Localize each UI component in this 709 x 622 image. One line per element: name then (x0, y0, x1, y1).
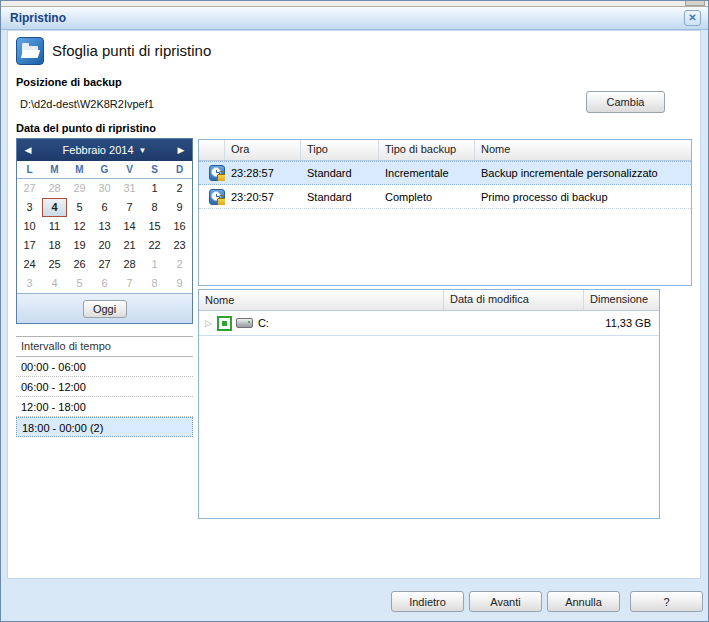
calendar-day[interactable]: 28 (42, 179, 67, 198)
calendar-day[interactable]: 20 (92, 236, 117, 255)
volumes-table: Nome Data di modifica Dimensione ▷C:11,3… (198, 289, 660, 519)
time-range-item[interactable]: 00:00 - 06:00 (16, 357, 193, 377)
calendar-day[interactable]: 16 (167, 217, 192, 236)
backup-location-path: D:\d2d-dest\W2K8R2Ivpef1 (20, 98, 154, 110)
close-icon[interactable]: ✕ (684, 10, 701, 26)
time-range-item[interactable]: 12:00 - 18:00 (16, 397, 193, 417)
calendar-day[interactable]: 8 (142, 198, 167, 217)
calendar-day[interactable]: 19 (67, 236, 92, 255)
calendar-day[interactable]: 4 (42, 198, 67, 217)
time-range-item[interactable]: 18:00 - 00:00 (2) (16, 417, 193, 437)
restore-points-table: Ora Tipo Tipo di backup Nome 23:28:57Sta… (198, 139, 692, 286)
calendar-day[interactable]: 18 (42, 236, 67, 255)
calendar-day[interactable]: 5 (67, 198, 92, 217)
lock-icon (217, 198, 225, 205)
volumes-header: Nome Data di modifica Dimensione (199, 290, 659, 311)
calendar-day[interactable]: 10 (17, 217, 42, 236)
calendar-day[interactable]: 7 (117, 274, 142, 293)
calendar-day[interactable]: 11 (42, 217, 67, 236)
calendar-day[interactable]: 4 (42, 274, 67, 293)
column-header-dimensione[interactable]: Dimensione (584, 290, 659, 310)
restore-point-backup-type: Completo (379, 191, 475, 203)
restore-point-backup-type: Incrementale (379, 167, 475, 179)
calendar-day[interactable]: 9 (167, 198, 192, 217)
calendar-day[interactable]: 14 (117, 217, 142, 236)
restore-point-name: Primo processo di backup (475, 191, 691, 203)
calendar-day[interactable]: 28 (117, 255, 142, 274)
background-window-fragment (685, 1, 705, 6)
volume-row[interactable]: ▷C:11,33 GB (199, 311, 659, 336)
volume-size: 11,33 GB (584, 317, 659, 329)
cancel-button[interactable]: Annulla (547, 591, 620, 612)
volume-checkbox[interactable] (217, 316, 232, 331)
calendar-day[interactable]: 13 (92, 217, 117, 236)
recovery-point-clock-lock-icon (209, 165, 225, 181)
restore-points-header: Ora Tipo Tipo di backup Nome (199, 140, 691, 161)
calendar-day[interactable]: 26 (67, 255, 92, 274)
calendar-day[interactable]: 7 (117, 198, 142, 217)
calendar-day[interactable]: 3 (17, 274, 42, 293)
time-range-header: Intervallo di tempo (16, 336, 193, 357)
restore-date-label: Data del punto di ripristino (16, 122, 156, 134)
calendar-day[interactable]: 23 (167, 236, 192, 255)
restore-point-time: 23:28:57 (225, 167, 301, 179)
calendar-day[interactable]: 27 (17, 179, 42, 198)
column-header-ora[interactable]: Ora (225, 140, 301, 160)
restore-point-type: Standard (301, 191, 379, 203)
column-header-data-di-modifica[interactable]: Data di modifica (444, 290, 584, 310)
next-button[interactable]: Avanti (469, 591, 542, 612)
calendar-day-headers: L M M G V S D (17, 161, 192, 179)
disk-icon (236, 318, 253, 328)
calendar-footer: Oggi (17, 293, 192, 323)
restore-points-body: 23:28:57StandardIncrementaleBackup incre… (199, 161, 691, 209)
calendar-day[interactable]: 2 (167, 255, 192, 274)
restore-point-name: Backup incrementale personalizzato (475, 167, 691, 179)
backup-location-label: Posizione di backup (16, 76, 122, 88)
calendar-month-dropdown[interactable]: Febbraio 2014 (63, 144, 134, 156)
calendar-day[interactable]: 1 (142, 179, 167, 198)
calendar-day[interactable]: 15 (142, 217, 167, 236)
calendar-day[interactable]: 9 (167, 274, 192, 293)
calendar-day[interactable]: 30 (92, 179, 117, 198)
calendar-day[interactable]: 6 (92, 198, 117, 217)
chevron-down-icon[interactable]: ▼ (139, 146, 147, 155)
help-button[interactable]: ? (630, 591, 703, 612)
title-bar: Ripristino ✕ (1, 7, 708, 30)
column-header-tipo-di-backup[interactable]: Tipo di backup (379, 140, 475, 160)
calendar-day[interactable]: 12 (67, 217, 92, 236)
time-range-panel: Intervallo di tempo 00:00 - 06:0006:00 -… (16, 336, 193, 437)
restore-point-row[interactable]: 23:20:57StandardCompletoPrimo processo d… (199, 185, 691, 209)
calendar-day[interactable]: 31 (117, 179, 142, 198)
restore-point-row[interactable]: 23:28:57StandardIncrementaleBackup incre… (199, 161, 691, 185)
restore-point-type: Standard (301, 167, 379, 179)
change-button[interactable]: Cambia (586, 91, 665, 113)
column-header-nome[interactable]: Nome (199, 290, 444, 310)
calendar-next-icon[interactable]: ▶ (174, 139, 188, 161)
column-header-tipo[interactable]: Tipo (301, 140, 379, 160)
calendar: ◀ Febbraio 2014▼ ▶ L M M G V S D 2728293… (16, 138, 193, 324)
expand-icon[interactable]: ▷ (205, 318, 212, 328)
calendar-day[interactable]: 24 (17, 255, 42, 274)
restore-point-time: 23:20:57 (225, 191, 301, 203)
volumes-body: ▷C:11,33 GB (199, 311, 659, 336)
calendar-header: ◀ Febbraio 2014▼ ▶ (17, 139, 192, 161)
column-header-nome[interactable]: Nome (475, 140, 691, 160)
time-range-item[interactable]: 06:00 - 12:00 (16, 377, 193, 397)
calendar-day[interactable]: 3 (17, 198, 42, 217)
calendar-day[interactable]: 21 (117, 236, 142, 255)
calendar-day[interactable]: 6 (92, 274, 117, 293)
calendar-day[interactable]: 8 (142, 274, 167, 293)
calendar-day[interactable]: 22 (142, 236, 167, 255)
calendar-day[interactable]: 17 (17, 236, 42, 255)
calendar-day[interactable]: 5 (67, 274, 92, 293)
calendar-day[interactable]: 2 (167, 179, 192, 198)
back-button[interactable]: Indietro (391, 591, 464, 612)
calendar-prev-icon[interactable]: ◀ (21, 139, 35, 161)
calendar-day[interactable]: 25 (42, 255, 67, 274)
today-button[interactable]: Oggi (83, 300, 127, 318)
recovery-point-clock-lock-icon (209, 189, 225, 205)
calendar-day[interactable]: 1 (142, 255, 167, 274)
calendar-day[interactable]: 27 (92, 255, 117, 274)
calendar-grid: 2728293031123456789101112131415161718192… (17, 179, 192, 293)
calendar-day[interactable]: 29 (67, 179, 92, 198)
